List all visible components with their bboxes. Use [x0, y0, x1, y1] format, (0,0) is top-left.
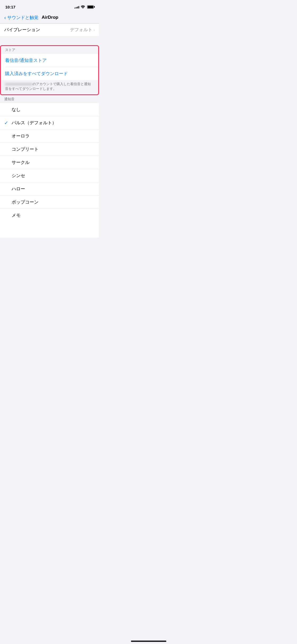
sound-item-none[interactable]: なし: [0, 103, 99, 116]
sound-item-complete[interactable]: コンプリート: [0, 143, 99, 156]
store-section-header: ストア: [1, 46, 98, 54]
blurred-email: xxxxxxxxxxxxxxxx: [5, 82, 32, 86]
nav-bar: ‹ サウンドと触覚 AirDrop: [0, 12, 99, 23]
sound-label-hello: ハロー: [12, 186, 25, 192]
store-section-body: 着信音/通知音ストア 購入済みをすべてダウンロード: [1, 54, 98, 80]
vibration-value-container: デフォルト ›: [70, 27, 95, 33]
group-spacer-1: [0, 36, 99, 45]
sound-list: なし ✓ パルス（デフォルト） オーロラ コンプリート サークル シンセ ハロー…: [0, 103, 99, 222]
sound-label-circle: サークル: [12, 159, 30, 165]
notif-sound-section-header: 通知音: [0, 95, 99, 103]
sound-item-synth[interactable]: シンセ: [0, 169, 99, 182]
back-button[interactable]: ‹ サウンドと触覚: [4, 15, 39, 21]
sound-label-complete: コンプリート: [12, 146, 39, 152]
battery-icon: [87, 5, 94, 9]
status-icons: [74, 5, 94, 9]
sound-label-popcorn: ポップコーン: [12, 199, 39, 205]
page-title: AirDrop: [42, 15, 58, 20]
status-bar: 10:17: [0, 0, 99, 12]
sound-label-aurora: オーロラ: [12, 133, 30, 139]
sound-label-none: なし: [12, 107, 21, 113]
ringtone-store-link[interactable]: 着信音/通知音ストア: [1, 54, 98, 67]
vibration-chevron-icon: ›: [93, 28, 95, 32]
sound-item-popcorn[interactable]: ポップコーン: [0, 196, 99, 209]
sound-item-memo[interactable]: メモ: [0, 209, 99, 222]
back-chevron-icon: ‹: [4, 15, 6, 20]
signal-icon: [74, 5, 79, 8]
vibration-value: デフォルト: [70, 27, 92, 33]
vibration-row[interactable]: バイブレーション デフォルト ›: [0, 24, 99, 36]
sound-item-pulse[interactable]: ✓ パルス（デフォルト）: [0, 116, 99, 130]
sound-label-memo: メモ: [12, 212, 21, 218]
store-section-footer: xxxxxxxxxxxxxxxxのアカウントで購入した着信音と通知音をすべてダウ…: [1, 80, 98, 94]
wifi-icon: [81, 5, 85, 8]
sound-label-synth: シンセ: [12, 173, 25, 179]
sound-item-circle[interactable]: サークル: [0, 156, 99, 169]
store-section: ストア 着信音/通知音ストア 購入済みをすべてダウンロード xxxxxxxxxx…: [0, 45, 99, 95]
sound-label-pulse: パルス（デフォルト）: [12, 120, 56, 126]
sound-item-aurora[interactable]: オーロラ: [0, 130, 99, 143]
check-icon-pulse: ✓: [4, 120, 12, 126]
back-label: サウンドと触覚: [7, 15, 39, 21]
status-time: 10:17: [5, 5, 15, 9]
sound-item-hello[interactable]: ハロー: [0, 182, 99, 196]
download-all-link[interactable]: 購入済みをすべてダウンロード: [1, 67, 98, 80]
vibration-label: バイブレーション: [4, 27, 40, 33]
